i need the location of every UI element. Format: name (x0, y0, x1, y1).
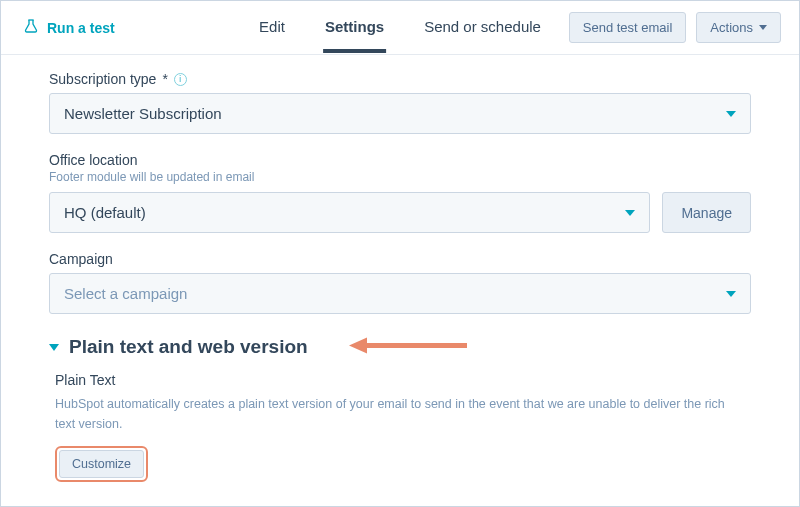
svg-marker-1 (349, 338, 367, 354)
section-title: Plain text and web version (69, 336, 308, 358)
chevron-down-icon (726, 111, 736, 117)
chevron-down-icon (625, 210, 635, 216)
settings-content: Subscription type * i Newsletter Subscri… (1, 55, 799, 482)
info-icon[interactable]: i (174, 73, 187, 86)
campaign-label: Campaign (49, 251, 751, 267)
run-test-label: Run a test (47, 20, 115, 36)
office-location-value: HQ (default) (64, 204, 146, 221)
send-test-email-label: Send test email (583, 20, 673, 35)
office-helper: Footer module will be updated in email (49, 170, 751, 184)
tab-edit[interactable]: Edit (257, 2, 287, 53)
campaign-field: Campaign Select a campaign (49, 251, 751, 314)
manage-button[interactable]: Manage (662, 192, 751, 233)
subscription-label-row: Subscription type * i (49, 71, 751, 87)
campaign-placeholder: Select a campaign (64, 285, 187, 302)
office-location-field: Office location Footer module will be up… (49, 152, 751, 233)
subscription-type-value: Newsletter Subscription (64, 105, 222, 122)
required-marker: * (162, 71, 167, 87)
caret-down-icon (759, 25, 767, 30)
chevron-down-icon (49, 344, 59, 351)
actions-label: Actions (710, 20, 753, 35)
tab-bar: Edit Settings Send or schedule (257, 2, 543, 53)
plain-text-description: HubSpot automatically creates a plain te… (55, 394, 735, 434)
app-frame: Run a test Edit Settings Send or schedul… (0, 0, 800, 507)
office-select-row: HQ (default) Manage (49, 192, 751, 233)
tab-settings[interactable]: Settings (323, 2, 386, 53)
chevron-down-icon (726, 291, 736, 297)
tab-send-schedule[interactable]: Send or schedule (422, 2, 543, 53)
subscription-type-select[interactable]: Newsletter Subscription (49, 93, 751, 134)
plain-text-subsection: Plain Text HubSpot automatically creates… (55, 372, 751, 482)
run-test-link[interactable]: Run a test (23, 18, 115, 37)
subscription-type-field: Subscription type * i Newsletter Subscri… (49, 71, 751, 134)
customize-button[interactable]: Customize (59, 450, 144, 478)
subscription-label: Subscription type (49, 71, 156, 87)
office-location-select[interactable]: HQ (default) (49, 192, 650, 233)
annotation-arrow-icon (349, 335, 469, 360)
office-label: Office location (49, 152, 751, 168)
annotation-highlight: Customize (55, 446, 148, 482)
top-actions: Send test email Actions (569, 12, 781, 43)
beaker-icon (23, 18, 39, 37)
campaign-select[interactable]: Select a campaign (49, 273, 751, 314)
plain-text-label: Plain Text (55, 372, 751, 388)
send-test-email-button[interactable]: Send test email (569, 12, 687, 43)
actions-dropdown-button[interactable]: Actions (696, 12, 781, 43)
top-bar: Run a test Edit Settings Send or schedul… (1, 1, 799, 55)
plain-text-section-toggle[interactable]: Plain text and web version (49, 336, 751, 358)
